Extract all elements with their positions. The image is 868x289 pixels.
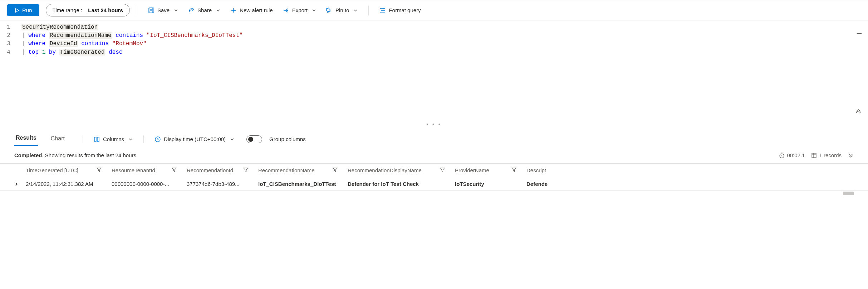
col-header-description[interactable]: Descript (526, 167, 569, 173)
run-button[interactable]: Run (7, 4, 39, 16)
table-row[interactable]: 2/14/2022, 11:42:31.382 AM 00000000-0000… (0, 177, 868, 191)
group-columns-toggle[interactable] (246, 135, 262, 143)
run-button-label: Run (22, 7, 32, 13)
code-content[interactable]: | where DeviceId contains "RotemNov" (17, 40, 147, 48)
status-row: Completed . Showing results from the las… (0, 148, 868, 163)
chevron-down-icon (353, 8, 358, 13)
columns-icon (94, 136, 100, 143)
save-icon (148, 7, 155, 14)
chevron-down-icon (312, 8, 316, 13)
status-records: 1 records (811, 152, 842, 158)
chevron-right-icon (14, 182, 19, 186)
code-line[interactable]: 1SecurityRecommendation (0, 23, 868, 32)
chevron-down-icon (216, 8, 220, 13)
time-range-button[interactable]: Time range : Last 24 hours (46, 4, 130, 16)
new-alert-button[interactable]: New alert rule (227, 5, 276, 16)
share-icon (188, 7, 195, 14)
time-range-value: Last 24 hours (88, 7, 123, 13)
code-line[interactable]: 3| where DeviceId contains "RotemNov" (0, 40, 868, 48)
col-header-timegenerated[interactable]: TimeGenerated [UTC] (26, 167, 112, 173)
col-header-recommendationname[interactable]: RecommendationName (258, 167, 348, 173)
horizontal-scrollbar[interactable] (14, 191, 854, 196)
share-button[interactable]: Share (185, 5, 224, 16)
line-number: 2 (0, 32, 17, 40)
cell-timegenerated: 2/14/2022, 11:42:31.382 AM (26, 181, 93, 187)
export-icon (283, 7, 289, 14)
col-header-resourcetenantid[interactable]: ResourceTenantId (112, 167, 187, 173)
columns-button[interactable]: Columns (91, 134, 136, 145)
pane-splitter[interactable]: • • • (0, 121, 868, 128)
format-query-button[interactable]: Format query (376, 5, 424, 16)
line-number: 4 (0, 48, 17, 57)
code-content[interactable]: | where RecommendationName contains "IoT… (17, 32, 243, 40)
toolbar-divider (137, 5, 137, 15)
filter-icon[interactable] (97, 167, 102, 173)
save-label: Save (157, 7, 170, 13)
col-header-recommendationdisplayname[interactable]: RecommendationDisplayName (348, 167, 455, 173)
filter-icon[interactable] (333, 167, 338, 173)
svg-rect-7 (812, 153, 816, 158)
svg-rect-0 (149, 8, 154, 13)
format-icon (379, 7, 386, 14)
table-header-row: TimeGenerated [UTC] ResourceTenantId Rec… (0, 163, 868, 177)
status-period: . Showing results from the last 24 hours… (42, 152, 138, 158)
chevron-down-icon (230, 137, 234, 141)
save-button[interactable]: Save (144, 5, 182, 16)
time-range-label: Time range : (53, 7, 83, 13)
status-elapsed: 00:02.1 (779, 152, 805, 158)
code-line[interactable]: 4| top 1 by TimeGenerated desc (0, 48, 868, 57)
display-time-label: Display time (UTC+00:00) (164, 136, 226, 142)
chevron-down-icon (174, 8, 178, 13)
query-editor[interactable]: 1SecurityRecommendation2| where Recommen… (0, 20, 868, 121)
scroll-top-icon[interactable] (855, 109, 862, 118)
elapsed-value: 00:02.1 (787, 152, 805, 158)
chevron-double-down-icon (848, 153, 854, 158)
pin-label: Pin to (335, 7, 349, 13)
code-line[interactable]: 2| where RecommendationName contains "Io… (0, 32, 868, 40)
line-number: 1 (0, 23, 17, 32)
toolbar-divider (368, 5, 369, 15)
cell-description: Defende (526, 181, 548, 187)
svg-rect-3 (94, 137, 96, 141)
toggle-knob (248, 137, 253, 142)
svg-rect-1 (150, 8, 153, 9)
cell-resourcetenantid: 00000000-0000-0000-... (112, 181, 169, 187)
filter-icon[interactable] (511, 167, 516, 173)
clock-icon (155, 136, 161, 143)
cell-providername: IoTSecurity (455, 181, 484, 187)
status-completed: Completed (14, 152, 42, 158)
results-toolbar: Results Chart Columns Display time (UTC+… (0, 128, 868, 148)
columns-label: Columns (103, 136, 124, 142)
share-label: Share (197, 7, 212, 13)
code-content[interactable]: | top 1 by TimeGenerated desc (17, 48, 123, 57)
cell-recommendationid: 377374d6-7db3-489... (187, 181, 240, 187)
expand-row-button[interactable] (14, 182, 26, 186)
collapse-line-icon[interactable]: — (857, 28, 862, 40)
display-time-button[interactable]: Display time (UTC+00:00) (152, 134, 237, 145)
col-header-providername[interactable]: ProviderName (455, 167, 526, 173)
cell-recommendationname: IoT_CISBenchmarks_DIoTTest (258, 181, 336, 187)
records-icon (811, 153, 817, 158)
plus-icon (230, 7, 237, 14)
filter-icon[interactable] (440, 167, 445, 173)
tab-chart[interactable]: Chart (49, 133, 66, 145)
col-header-recommendationid[interactable]: RecommendationId (187, 167, 258, 173)
query-toolbar: Run Time range : Last 24 hours Save Shar… (0, 0, 868, 20)
scroll-thumb[interactable] (843, 192, 854, 195)
filter-icon[interactable] (172, 167, 177, 173)
pin-icon (326, 7, 333, 14)
expand-status-button[interactable] (848, 153, 854, 158)
records-value: 1 records (819, 152, 842, 158)
toolbar-divider (83, 135, 83, 143)
chevron-down-icon (128, 137, 133, 141)
group-columns-label: Group columns (269, 136, 306, 142)
new-alert-label: New alert rule (240, 7, 273, 13)
code-content[interactable]: SecurityRecommendation (17, 23, 98, 32)
stopwatch-icon (779, 153, 785, 158)
export-label: Export (292, 7, 308, 13)
toolbar-divider (143, 135, 144, 143)
export-button[interactable]: Export (279, 5, 320, 16)
pin-button[interactable]: Pin to (323, 5, 361, 16)
filter-icon[interactable] (243, 167, 248, 173)
tab-results[interactable]: Results (14, 133, 38, 146)
